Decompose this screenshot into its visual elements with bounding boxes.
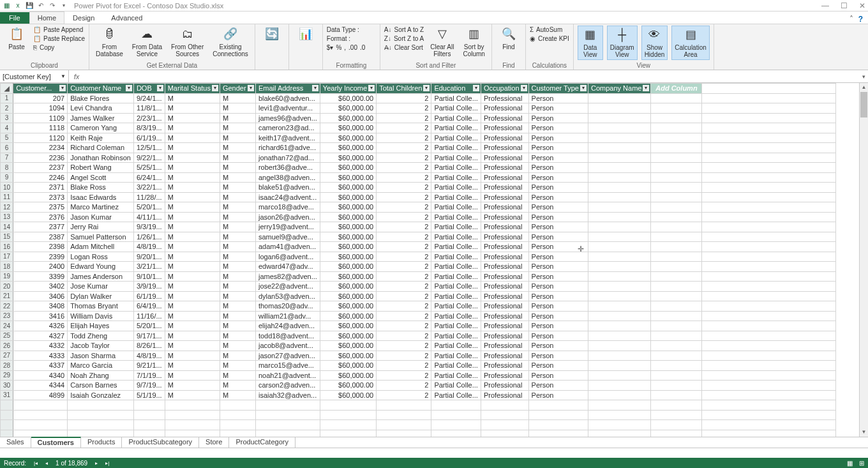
- cell-gender[interactable]: M: [220, 341, 255, 351]
- cell-company[interactable]: [588, 301, 650, 312]
- cell-company[interactable]: [588, 93, 650, 103]
- cell-income[interactable]: $60,000.00: [320, 113, 376, 123]
- formula-bar[interactable]: [84, 70, 860, 82]
- name-box[interactable]: [Customer Key] ▼: [0, 70, 69, 82]
- cell-income[interactable]: $60,000.00: [320, 202, 376, 213]
- cell-occupation[interactable]: Professional: [481, 202, 528, 213]
- cell-dob[interactable]: 9/17/1...: [133, 331, 165, 341]
- cell-children[interactable]: 2: [377, 153, 431, 163]
- row-number[interactable]: 2: [1, 103, 13, 114]
- row-number[interactable]: 18: [1, 262, 13, 272]
- cell-children[interactable]: 2: [377, 282, 431, 292]
- table-row[interactable]: 172399Logan Ross9/20/1...MMlogan6@advent…: [1, 252, 836, 262]
- cell-income[interactable]: $60,000.00: [320, 291, 376, 301]
- cell-education[interactable]: Partial Colle...: [431, 212, 481, 222]
- cell-marital[interactable]: M: [165, 133, 220, 143]
- cell-customer_name[interactable]: James Anderson: [68, 271, 134, 282]
- vertical-scrollbar[interactable]: ▲ ▼: [859, 83, 868, 437]
- cell-occupation[interactable]: Professional: [481, 331, 528, 341]
- row-number[interactable]: 27: [1, 351, 13, 361]
- cell-dob[interactable]: 9/7/19...: [133, 381, 165, 391]
- calc-area-button[interactable]: ▤Calculation Area: [671, 26, 709, 60]
- clear-filters-button[interactable]: ▽Clear All Filters: [428, 26, 456, 59]
- cell-dob[interactable]: 11/16/...: [133, 311, 165, 321]
- cell-marital[interactable]: M: [165, 390, 220, 400]
- cell-education[interactable]: Partial Colle...: [431, 242, 481, 252]
- cell-gender[interactable]: M: [220, 212, 255, 222]
- cell-occupation[interactable]: Professional: [481, 183, 528, 193]
- cell-children[interactable]: 2: [377, 252, 431, 262]
- cell-email[interactable]: james96@adven...: [255, 113, 320, 123]
- cell-income[interactable]: $60,000.00: [320, 390, 376, 400]
- format-buttons[interactable]: $▾ % , .00 .0: [327, 43, 366, 52]
- cell-email[interactable]: thomas20@adv...: [255, 301, 320, 312]
- cell-customer_key[interactable]: 4332: [13, 341, 68, 351]
- table-row[interactable]: 92246Angel Scott6/24/1...MMangel38@adven…: [1, 172, 836, 183]
- cell-email[interactable]: blake60@adven...: [255, 93, 320, 103]
- table-row[interactable]: 132376Jason Kumar4/11/1...MMjason26@adve…: [1, 212, 836, 222]
- cell-customer_key[interactable]: 2387: [13, 232, 68, 242]
- cell-ctype[interactable]: Person: [528, 123, 588, 133]
- cell-gender[interactable]: M: [220, 390, 255, 400]
- cell-email[interactable]: william21@adv...: [255, 311, 320, 321]
- filter-dropdown-icon[interactable]: ▾: [521, 85, 527, 91]
- cell-children[interactable]: 2: [377, 351, 431, 361]
- cell-occupation[interactable]: Professional: [481, 222, 528, 232]
- cell-children[interactable]: 2: [377, 361, 431, 371]
- cell-occupation[interactable]: Professional: [481, 262, 528, 272]
- cell-income[interactable]: $60,000.00: [320, 133, 376, 143]
- cell-gender[interactable]: M: [220, 133, 255, 143]
- cell-occupation[interactable]: Professional: [481, 361, 528, 371]
- cell-customer_name[interactable]: Levi Chandra: [68, 103, 134, 114]
- cell-children[interactable]: 2: [377, 341, 431, 351]
- cell-gender[interactable]: M: [220, 123, 255, 133]
- from-other-button[interactable]: 🗂From Other Sources: [168, 26, 206, 59]
- cell-ctype[interactable]: Person: [528, 291, 588, 301]
- cell-occupation[interactable]: Professional: [481, 133, 528, 143]
- cell-income[interactable]: $60,000.00: [320, 252, 376, 262]
- cell-dob[interactable]: 8/3/19...: [133, 123, 165, 133]
- cell-income[interactable]: $60,000.00: [320, 321, 376, 331]
- from-dataservice-button[interactable]: ☁From Data Service: [130, 26, 165, 59]
- calc-row[interactable]: [1, 420, 836, 430]
- cell-company[interactable]: [588, 202, 650, 213]
- row-number[interactable]: 5: [1, 133, 13, 143]
- cell-customer_key[interactable]: 1094: [13, 103, 68, 114]
- cell-dob[interactable]: 4/8/19...: [133, 351, 165, 361]
- cell-customer_name[interactable]: Jose Kumar: [68, 282, 134, 292]
- cell-gender[interactable]: M: [220, 271, 255, 282]
- cell-company[interactable]: [588, 252, 650, 262]
- table-row[interactable]: 62234Richard Coleman12/5/1...MMrichard61…: [1, 143, 836, 153]
- cell-marital[interactable]: M: [165, 93, 220, 103]
- cell-ctype[interactable]: Person: [528, 370, 588, 381]
- cell-customer_key[interactable]: 2400: [13, 262, 68, 272]
- cell-children[interactable]: 2: [377, 133, 431, 143]
- cell-dob[interactable]: 9/3/19...: [133, 222, 165, 232]
- sheet-tab-store[interactable]: Store: [199, 437, 229, 448]
- add-column[interactable]: Add Column: [651, 84, 702, 94]
- cell-ctype[interactable]: Person: [528, 183, 588, 193]
- cell-dob[interactable]: 9/20/1...: [133, 252, 165, 262]
- cell-customer_key[interactable]: 3408: [13, 301, 68, 312]
- cell-email[interactable]: jose22@advent...: [255, 282, 320, 292]
- cell-company[interactable]: [588, 192, 650, 202]
- fx-icon[interactable]: fx: [69, 73, 84, 80]
- cell-company[interactable]: [588, 390, 650, 400]
- filter-dropdown-icon[interactable]: ▾: [248, 85, 254, 91]
- cell-company[interactable]: [588, 361, 650, 371]
- cell-email[interactable]: jason26@adven...: [255, 212, 320, 222]
- row-number[interactable]: 21: [1, 291, 13, 301]
- pivottable-button[interactable]: 📊: [293, 26, 318, 45]
- cell-email[interactable]: keith17@advent...: [255, 133, 320, 143]
- cell-marital[interactable]: M: [165, 370, 220, 381]
- sheet-tab-productsubcategory[interactable]: ProductSubcategory: [122, 437, 199, 448]
- undo-icon[interactable]: ↶: [37, 2, 45, 10]
- cell-marital[interactable]: M: [165, 163, 220, 173]
- sort-by-column-button[interactable]: ▥Sort by Column: [460, 26, 487, 59]
- table-row[interactable]: 294340Noah Zhang7/1/19...MMnoah21@advent…: [1, 370, 836, 381]
- cell-children[interactable]: 2: [377, 202, 431, 213]
- cell-education[interactable]: Partial Colle...: [431, 381, 481, 391]
- cell-company[interactable]: [588, 381, 650, 391]
- cell-occupation[interactable]: Professional: [481, 271, 528, 282]
- cell-children[interactable]: 2: [377, 143, 431, 153]
